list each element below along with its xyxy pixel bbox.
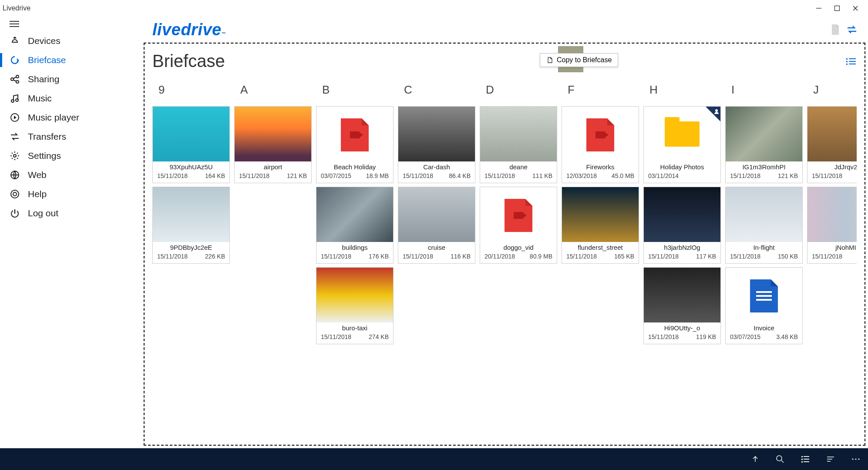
sidebar-item-music[interactable]: Music: [0, 89, 144, 108]
file-tile[interactable]: .docxInvoice03/07/20153.48 KB: [725, 267, 803, 344]
sidebar-item-help[interactable]: Help: [0, 185, 144, 204]
sidebar-item-log-out[interactable]: Log out: [0, 204, 144, 223]
group-header[interactable]: F: [562, 81, 639, 106]
window-title: Livedrive: [3, 4, 30, 12]
file-size: 121 KB: [778, 172, 798, 179]
file-name: buro-taxi: [316, 322, 393, 332]
file-tile[interactable]: JdJrqv215/11/2018: [807, 106, 857, 183]
sidebar-item-label: Devices: [28, 36, 61, 46]
file-tile[interactable]: cruise15/11/2018116 KB: [398, 187, 475, 264]
file-name: Hi9OUtty-_o: [644, 322, 720, 332]
group-header[interactable]: H: [643, 81, 721, 106]
svg-rect-22: [846, 64, 848, 65]
group-B: B.mp4Beach Holiday03/07/201518.9 MBbuild…: [316, 81, 394, 344]
file-tile[interactable]: Hi9OUtty-_o15/11/2018119 KB: [643, 267, 721, 344]
file-thumbnail: [153, 187, 229, 242]
file-tile[interactable]: 9PDBbyJc2eE15/11/2018226 KB: [152, 187, 230, 264]
file-tile[interactable]: buro-taxi15/11/2018274 KB: [316, 267, 394, 344]
svg-rect-20: [846, 61, 848, 62]
sidebar-item-music-player[interactable]: Music player: [0, 108, 144, 127]
svg-rect-32: [804, 461, 809, 462]
hamburger-button[interactable]: [0, 21, 144, 31]
group-header[interactable]: A: [234, 81, 312, 106]
svg-point-38: [858, 458, 859, 460]
file-date: 15/11/2018: [484, 172, 515, 179]
file-tile[interactable]: buildings15/11/2018176 KB: [316, 187, 394, 264]
sidebar-item-sharing[interactable]: Sharing: [0, 70, 144, 89]
file-size: 176 KB: [369, 253, 389, 260]
svg-rect-30: [804, 459, 809, 460]
music-player-icon: [10, 112, 20, 123]
file-tile[interactable]: h3jarbNzlOg15/11/2018117 KB: [643, 187, 721, 264]
window-minimize-button[interactable]: [815, 4, 823, 12]
file-name: Fireworks: [562, 161, 639, 171]
file-tile[interactable]: flunderst_street15/11/2018165 KB: [562, 187, 639, 264]
sidebar-item-devices[interactable]: Devices: [0, 31, 144, 50]
file-size: 274 KB: [369, 333, 389, 340]
file-tile[interactable]: 93XpuhUAz5U15/11/2018164 KB: [152, 106, 230, 183]
content-dropzone[interactable]: Copy to Briefcase Briefcase 993XpuhUAz5U…: [144, 43, 865, 446]
window-titlebar: Livedrive: [0, 0, 868, 17]
file-date: 15/11/2018: [648, 333, 679, 340]
file-date: 15/11/2018: [157, 172, 188, 179]
svg-line-7: [13, 77, 17, 79]
svg-point-14: [11, 190, 19, 198]
file-thumbnail: [644, 268, 720, 322]
sidebar-item-label: Briefcase: [28, 55, 66, 65]
file-name: Car-dash: [398, 161, 475, 171]
group-H: HHoliday Photos03/11/2014h3jarbNzlOg15/1…: [643, 81, 721, 344]
file-size: 117 KB: [696, 253, 716, 260]
file-tile[interactable]: Car-dash15/11/201886.4 KB: [398, 106, 475, 183]
sidebar: DevicesBriefcaseSharingMusicMusic player…: [0, 17, 144, 448]
drag-tooltip-label: Copy to Briefcase: [557, 56, 612, 64]
sidebar-item-label: Log out: [28, 208, 58, 218]
group-header[interactable]: 9: [152, 81, 230, 106]
file-thumbnail: [644, 107, 720, 161]
devices-icon: [10, 36, 20, 46]
file-tile[interactable]: deane15/11/2018111 KB: [480, 106, 557, 183]
list-view-icon[interactable]: [801, 455, 810, 463]
group-header[interactable]: J: [807, 81, 857, 106]
group-F: F.movFireworks12/03/201845.0 MBflunderst…: [562, 81, 639, 344]
file-tile[interactable]: .mp4Beach Holiday03/07/201518.9 MB: [316, 106, 394, 183]
view-toggle-button[interactable]: [845, 57, 857, 66]
group-C: CCar-dash15/11/201886.4 KBcruise15/11/20…: [398, 81, 475, 344]
file-date: 15/11/2018: [321, 253, 351, 260]
group-header[interactable]: D: [480, 81, 557, 106]
file-tile[interactable]: In-flight15/11/2018150 KB: [725, 187, 803, 264]
file-tile[interactable]: IG1m3RomhPI15/11/2018121 KB: [725, 106, 803, 183]
sidebar-item-settings[interactable]: Settings: [0, 146, 144, 165]
sidebar-item-web[interactable]: Web: [0, 165, 144, 185]
file-tile[interactable]: .movdoggo_vid20/11/201880.9 MB: [480, 187, 557, 264]
file-tile[interactable]: Holiday Photos03/11/2014: [643, 106, 721, 183]
sidebar-item-label: Music player: [28, 112, 79, 123]
file-name: doggo_vid: [480, 242, 557, 252]
search-icon[interactable]: [776, 455, 784, 463]
file-tile[interactable]: .movFireworks12/03/201845.0 MB: [562, 106, 639, 183]
svg-point-37: [855, 458, 856, 460]
group-9: 993XpuhUAz5U15/11/2018164 KB9PDBbyJc2eE1…: [152, 81, 230, 344]
more-icon[interactable]: [851, 457, 860, 461]
file-icon[interactable]: [831, 24, 840, 35]
scroll-top-icon[interactable]: [751, 455, 759, 463]
group-header[interactable]: B: [316, 81, 394, 106]
svg-rect-18: [846, 58, 848, 60]
file-date: 15/11/2018: [812, 253, 842, 260]
file-size: 119 KB: [696, 333, 716, 340]
file-tile[interactable]: jNohMI15/11/2018: [807, 187, 857, 264]
file-thumbnail: .mp4: [316, 107, 393, 161]
file-date: 15/11/2018: [648, 253, 679, 260]
sidebar-item-transfers[interactable]: Transfers: [0, 127, 144, 146]
window-maximize-button[interactable]: [833, 4, 841, 12]
sync-icon[interactable]: [846, 25, 858, 34]
sort-icon[interactable]: [826, 455, 835, 463]
file-name: cruise: [398, 242, 475, 252]
group-header[interactable]: I: [725, 81, 803, 106]
file-tile[interactable]: airport15/11/2018121 KB: [234, 106, 312, 183]
window-close-button[interactable]: [851, 4, 859, 12]
sidebar-item-briefcase[interactable]: Briefcase: [0, 50, 144, 70]
file-size: 45.0 MB: [612, 172, 634, 179]
file-name: Beach Holiday: [316, 161, 393, 171]
help-icon: [10, 189, 20, 199]
group-header[interactable]: C: [398, 81, 475, 106]
